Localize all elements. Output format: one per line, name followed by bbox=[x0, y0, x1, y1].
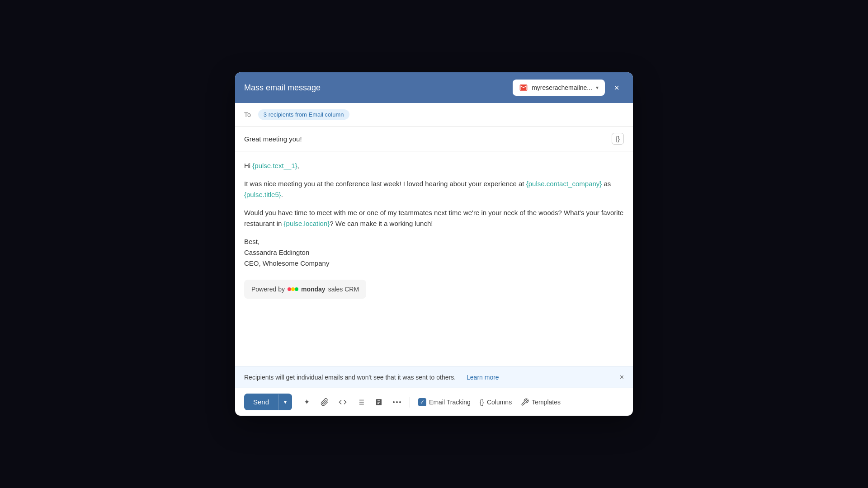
invitation-line: Would you have time to meet with me or o… bbox=[244, 207, 624, 229]
columns-icon: {} bbox=[480, 398, 484, 406]
learn-more-link[interactable]: Learn more bbox=[467, 374, 499, 381]
to-label: To bbox=[244, 111, 251, 118]
signature: Best, Cassandra Eddington CEO, Wholesome… bbox=[244, 236, 624, 269]
send-button[interactable]: Send bbox=[244, 394, 278, 410]
columns-feature[interactable]: {} Columns bbox=[476, 395, 515, 408]
email-tracking-label: Email Tracking bbox=[429, 399, 471, 406]
to-field: To 3 recipients from Email column bbox=[235, 103, 633, 127]
subject-field: {} bbox=[235, 127, 633, 151]
pulse-var-3[interactable]: {pulse.title5} bbox=[244, 191, 281, 198]
chevron-down-icon: ▾ bbox=[596, 84, 599, 91]
svg-point-1 bbox=[291, 287, 295, 291]
close-button[interactable]: × bbox=[609, 80, 624, 95]
code-button[interactable] bbox=[335, 394, 351, 410]
templates-icon bbox=[521, 398, 529, 406]
more-icon bbox=[393, 401, 401, 403]
recipients-badge[interactable]: 3 recipients from Email column bbox=[258, 109, 349, 120]
subject-input[interactable] bbox=[244, 135, 612, 143]
ai-button[interactable]: ✦ bbox=[298, 394, 315, 410]
attachment-button[interactable] bbox=[316, 394, 333, 410]
email-account-selector[interactable]: myreserachemailne... ▾ bbox=[513, 80, 605, 96]
email-tracking-feature[interactable]: ✓ Email Tracking bbox=[415, 395, 474, 409]
columns-label: Columns bbox=[487, 399, 512, 406]
pulse-var-4[interactable]: {pulse.location} bbox=[284, 220, 330, 227]
templates-feature[interactable]: Templates bbox=[517, 395, 564, 409]
modal-header: Mass email message myreserachemailne... … bbox=[235, 72, 633, 103]
send-button-group: Send ▾ bbox=[244, 394, 292, 410]
send-dropdown-button[interactable]: ▾ bbox=[278, 394, 292, 410]
pulse-var-2[interactable]: {pulse.contact_company} bbox=[526, 180, 602, 188]
toolbar: Send ▾ ✦ bbox=[235, 388, 633, 416]
code-icon bbox=[339, 398, 347, 406]
list-button[interactable] bbox=[353, 394, 369, 410]
greeting-line: Hi {pulse.text__1}, bbox=[244, 160, 624, 171]
svg-point-0 bbox=[288, 287, 291, 291]
attachment-icon bbox=[321, 398, 329, 406]
email-tracking-checkbox[interactable]: ✓ bbox=[418, 398, 426, 406]
more-button[interactable] bbox=[389, 394, 405, 410]
mass-email-modal: Mass email message myreserachemailne... … bbox=[235, 72, 633, 416]
text-format-icon bbox=[375, 398, 383, 406]
templates-label: Templates bbox=[532, 399, 561, 406]
svg-point-10 bbox=[396, 401, 398, 403]
list-icon bbox=[357, 398, 365, 406]
info-message: Recipients will get individual emails an… bbox=[244, 374, 456, 381]
svg-point-9 bbox=[393, 401, 395, 403]
svg-point-2 bbox=[295, 287, 298, 291]
gmail-icon bbox=[519, 83, 528, 92]
modal-title: Mass email message bbox=[244, 83, 321, 93]
header-right: myreserachemailne... ▾ × bbox=[513, 80, 624, 96]
powered-by-badge: Powered by monday sales CRM bbox=[244, 280, 366, 299]
subject-variables-button[interactable]: {} bbox=[612, 133, 624, 145]
svg-point-11 bbox=[399, 401, 401, 403]
email-account-text: myreserachemailne... bbox=[532, 84, 592, 91]
email-body: Hi {pulse.text__1}, It was nice meeting … bbox=[235, 151, 633, 366]
info-banner-left: Recipients will get individual emails an… bbox=[244, 374, 499, 381]
monday-logo bbox=[288, 286, 298, 293]
info-banner: Recipients will get individual emails an… bbox=[235, 366, 633, 388]
banner-close-button[interactable]: × bbox=[620, 373, 624, 381]
meeting-line: It was nice meeting you at the conferenc… bbox=[244, 178, 624, 200]
text-format-button[interactable] bbox=[371, 394, 387, 410]
monday-logo-icon bbox=[288, 286, 298, 293]
toolbar-separator bbox=[410, 397, 410, 408]
pulse-var-1[interactable]: {pulse.text__1} bbox=[252, 162, 297, 169]
